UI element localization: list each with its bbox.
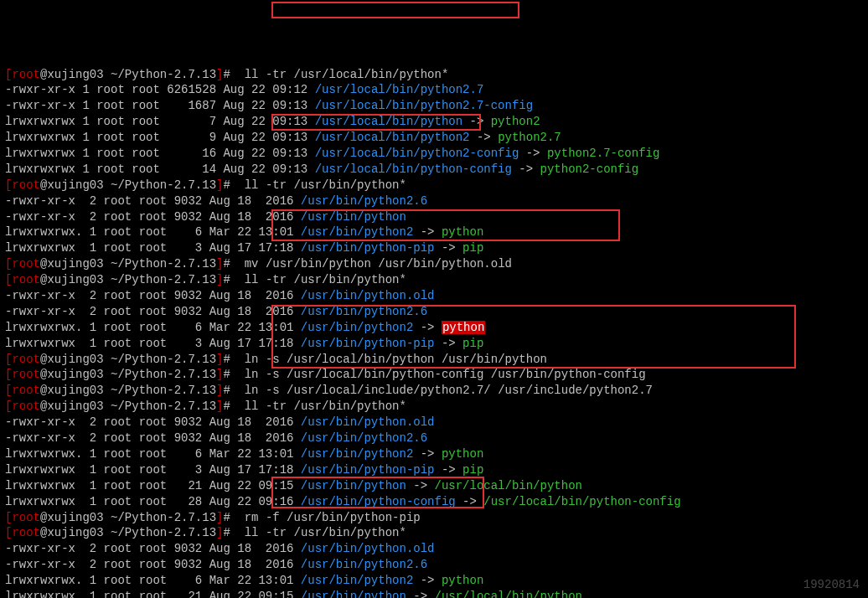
ls-row: lrwxrwxrwx. 1 root root 6 Mar 22 13:01 /…: [5, 446, 863, 462]
ls-row: lrwxrwxrwx 1 root root 21 Aug 22 09:15 /…: [5, 478, 863, 494]
file-perms: lrwxrwxrwx 1 root root 9 Aug 22 09:13: [5, 131, 315, 144]
file-path: /usr/bin/python2.6: [301, 558, 427, 571]
prompt-hash: #: [223, 273, 237, 286]
file-perms: lrwxrwxrwx. 1 root root 6 Mar 22 13:01: [5, 574, 301, 587]
symlink-target: python: [442, 321, 485, 334]
symlink-arrow: ->: [470, 131, 499, 144]
symlink-target: python2.7: [498, 131, 561, 144]
prompt-path: ~/Python-2.7.13: [104, 384, 216, 397]
file-perms: lrwxrwxrwx 1 root root 14 Aug 22 09:13: [5, 162, 315, 176]
file-path: /usr/bin/python-pip: [301, 463, 435, 477]
prompt-path: ~/Python-2.7.13: [104, 511, 216, 524]
command-text: ll -tr /usr/bin/python*: [237, 273, 406, 286]
file-path: /usr/bin/python2.6: [301, 431, 427, 445]
ls-row: -rwxr-xr-x 2 root root 9032 Aug 18 2016 …: [5, 288, 863, 304]
file-path: /usr/bin/python: [301, 590, 406, 598]
symlink-target: /usr/local/bin/python-config: [483, 495, 680, 508]
file-perms: lrwxrwxrwx 1 root root 21 Aug 22 09:15: [5, 479, 301, 492]
file-path: /usr/bin/python-pip: [301, 241, 435, 255]
file-path: /usr/bin/python.old: [301, 415, 435, 429]
file-perms: -rwxr-xr-x 2 root root 9032 Aug 18 2016: [5, 289, 301, 302]
file-perms: lrwxrwxrwx 1 root root 3 Aug 17 17:18: [5, 337, 301, 350]
symlink-target: pip: [462, 337, 483, 350]
highlight-box: [271, 2, 519, 18]
file-path: /usr/bin/python2: [301, 225, 413, 239]
prompt-host: xujing03: [47, 178, 103, 192]
command-text: ll -tr /usr/bin/python*: [237, 178, 406, 192]
ls-row: lrwxrwxrwx 1 root root 16 Aug 22 09:13 /…: [5, 146, 863, 162]
command-line[interactable]: [root@xujing03 ~/Python-2.7.13]# ll -tr …: [5, 67, 863, 83]
prompt-hash: #: [223, 368, 237, 381]
command-line[interactable]: [root@xujing03 ~/Python-2.7.13]# ll -tr …: [5, 272, 863, 288]
file-path: /usr/bin/python2: [301, 321, 413, 334]
command-line[interactable]: [root@xujing03 ~/Python-2.7.13]# ln -s /…: [5, 367, 863, 383]
ls-row: -rwxr-xr-x 2 root root 9032 Aug 18 2016 …: [5, 415, 863, 430]
command-text: ln -s /usr/local/include/python2.7/ /usr…: [237, 384, 653, 397]
prompt-hash: #: [223, 526, 237, 539]
prompt-host: xujing03: [47, 400, 103, 413]
ls-row: lrwxrwxrwx. 1 root root 6 Mar 22 13:01 /…: [5, 320, 863, 336]
command-text: rm -f /usr/bin/python-pip: [237, 511, 420, 524]
command-text: ll -tr /usr/local/bin/python*: [237, 68, 448, 81]
symlink-arrow: ->: [413, 447, 442, 461]
file-path: /usr/bin/python2.6: [301, 305, 427, 318]
file-path: /usr/bin/python.old: [301, 289, 435, 302]
symlink-target: python: [442, 447, 483, 461]
ls-row: lrwxrwxrwx 1 root root 3 Aug 17 17:18 /u…: [5, 462, 863, 478]
ls-row: -rwxr-xr-x 2 root root 9032 Aug 18 2016 …: [5, 541, 863, 557]
file-path: /usr/local/bin/python2.7-config: [315, 99, 533, 112]
ls-row: lrwxrwxrwx. 1 root root 6 Mar 22 13:01 /…: [5, 224, 863, 240]
file-path: /usr/bin/python: [301, 210, 406, 224]
command-line[interactable]: [root@xujing03 ~/Python-2.7.13]# ll -tr …: [5, 178, 863, 193]
prompt-user: root: [12, 257, 40, 271]
file-path: /usr/local/bin/python: [315, 115, 462, 128]
command-line[interactable]: [root@xujing03 ~/Python-2.7.13]# mv /usr…: [5, 256, 863, 272]
prompt-host: xujing03: [47, 68, 103, 81]
prompt-hash: #: [223, 400, 237, 413]
prompt-host: xujing03: [47, 273, 103, 286]
prompt-user: root: [12, 526, 40, 539]
file-perms: lrwxrwxrwx 1 root root 16 Aug 22 09:13: [5, 147, 315, 160]
file-path: /usr/bin/python: [301, 479, 406, 492]
symlink-arrow: ->: [519, 147, 547, 160]
file-path: /usr/bin/python.old: [301, 542, 435, 555]
symlink-arrow: ->: [512, 162, 540, 176]
file-path: /usr/local/bin/python2.7: [315, 83, 484, 96]
prompt-host: xujing03: [47, 384, 103, 397]
symlink-arrow: ->: [406, 590, 435, 598]
command-line[interactable]: [root@xujing03 ~/Python-2.7.13]# ln -s /…: [5, 383, 863, 399]
symlink-arrow: ->: [406, 479, 435, 492]
prompt-hash: #: [223, 511, 237, 524]
prompt-path: ~/Python-2.7.13: [104, 273, 216, 286]
symlink-arrow: ->: [413, 574, 442, 587]
file-perms: -rwxr-xr-x 2 root root 9032 Aug 18 2016: [5, 431, 301, 445]
symlink-target: pip: [462, 241, 483, 255]
file-path: /usr/local/bin/python2-config: [315, 147, 519, 160]
prompt-hash: #: [223, 384, 237, 397]
symlink-target: /usr/local/bin/python: [435, 479, 582, 492]
prompt-hash: #: [223, 68, 237, 81]
command-line[interactable]: [root@xujing03 ~/Python-2.7.13]# ll -tr …: [5, 525, 863, 541]
symlink-target: python: [442, 225, 483, 239]
symlink-target: /usr/local/bin/python: [435, 590, 582, 598]
symlink-target: python2.7-config: [547, 147, 659, 160]
symlink-target: python2: [491, 115, 540, 128]
command-line[interactable]: [root@xujing03 ~/Python-2.7.13]# ll -tr …: [5, 399, 863, 415]
prompt-user: root: [12, 273, 40, 286]
prompt-host: xujing03: [47, 353, 103, 366]
ls-row: lrwxrwxrwx 1 root root 3 Aug 17 17:18 /u…: [5, 336, 863, 352]
file-perms: lrwxrwxrwx. 1 root root 6 Mar 22 13:01: [5, 225, 301, 239]
command-line[interactable]: [root@xujing03 ~/Python-2.7.13]# ln -s /…: [5, 352, 863, 368]
symlink-arrow: ->: [456, 495, 484, 508]
ls-row: lrwxrwxrwx 1 root root 14 Aug 22 09:13 /…: [5, 162, 863, 178]
prompt-path: ~/Python-2.7.13: [104, 400, 216, 413]
terminal-output: [root@xujing03 ~/Python-2.7.13]# ll -tr …: [5, 67, 863, 598]
ls-row: lrwxrwxrwx. 1 root root 6 Mar 22 13:01 /…: [5, 573, 863, 589]
file-perms: -rwxr-xr-x 1 root root 1687 Aug 22 09:13: [5, 99, 315, 112]
prompt-host: xujing03: [47, 511, 103, 524]
prompt-user: root: [12, 511, 40, 524]
file-perms: lrwxrwxrwx. 1 root root 6 Mar 22 13:01: [5, 447, 301, 461]
symlink-arrow: ->: [462, 115, 491, 128]
command-line[interactable]: [root@xujing03 ~/Python-2.7.13]# rm -f /…: [5, 510, 863, 526]
prompt-host: xujing03: [47, 526, 103, 539]
